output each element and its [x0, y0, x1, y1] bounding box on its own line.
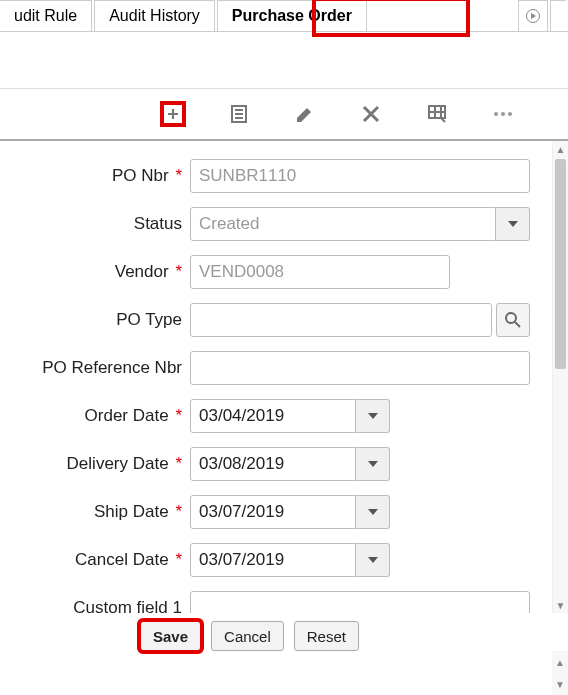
order-date-button[interactable] — [356, 399, 390, 433]
search-icon — [504, 311, 522, 329]
label-text: Delivery Date — [67, 454, 169, 473]
required-marker: * — [175, 406, 182, 425]
tab-label: udit Rule — [14, 7, 77, 25]
tab-label: Audit History — [109, 7, 200, 25]
row-po-nbr: PO Nbr * SUNBR1110 — [0, 159, 548, 193]
svg-point-10 — [508, 112, 512, 116]
row-status: Status Created — [0, 207, 548, 241]
row-delivery-date: Delivery Date * 03/08/2019 — [0, 447, 548, 481]
label-cancel-date: Cancel Date * — [0, 550, 190, 570]
row-vendor: Vendor * VEND0008 — [0, 255, 548, 289]
ellipsis-icon — [493, 111, 513, 117]
toolbar — [0, 89, 568, 141]
po-type-input[interactable] — [190, 303, 492, 337]
chevron-down-icon — [368, 509, 378, 515]
ship-date-button[interactable] — [356, 495, 390, 529]
svg-point-11 — [506, 313, 516, 323]
svg-point-9 — [501, 112, 505, 116]
label-text: PO Nbr — [112, 166, 169, 185]
label-po-type: PO Type — [0, 310, 190, 330]
chevron-down-icon — [368, 413, 378, 419]
required-marker: * — [175, 454, 182, 473]
tab-purchase-order[interactable]: Purchase Order — [217, 0, 367, 31]
row-po-type: PO Type — [0, 303, 548, 337]
scroll-thumb[interactable] — [555, 159, 566, 369]
label-po-nbr: PO Nbr * — [0, 166, 190, 186]
row-ship-date: Ship Date * 03/07/2019 — [0, 495, 548, 529]
chevron-down-icon — [508, 221, 518, 227]
label-text: Vendor — [115, 262, 169, 281]
plus-icon — [168, 105, 178, 123]
form-viewport: PO Nbr * SUNBR1110 Status Created Vendor… — [0, 141, 568, 613]
pencil-icon — [295, 104, 315, 124]
required-marker: * — [175, 262, 182, 281]
document-icon — [229, 104, 249, 124]
label-custom1: Custom field 1 — [0, 598, 190, 613]
edit-button[interactable] — [292, 101, 318, 127]
po-nbr-input[interactable]: SUNBR1110 — [190, 159, 530, 193]
label-delivery-date: Delivery Date * — [0, 454, 190, 474]
po-type-lookup-button[interactable] — [496, 303, 530, 337]
vendor-input[interactable]: VEND0008 — [190, 255, 450, 289]
row-order-date: Order Date * 03/04/2019 — [0, 399, 548, 433]
tab-label: Purchase Order — [232, 7, 352, 25]
delete-button[interactable] — [358, 101, 384, 127]
footer-scrollbar[interactable]: ▲ ▼ — [552, 651, 568, 695]
form-scrollbar[interactable]: ▲ ▼ — [552, 141, 568, 613]
label-text: Custom field 1 — [73, 598, 182, 613]
chevron-down-icon — [368, 461, 378, 467]
play-icon — [526, 9, 540, 23]
tab-audit-rule[interactable]: udit Rule — [0, 0, 92, 31]
label-status: Status — [0, 214, 190, 234]
row-cancel-date: Cancel Date * 03/07/2019 — [0, 543, 548, 577]
status-select[interactable]: Created — [190, 207, 530, 241]
label-po-ref: PO Reference Nbr — [0, 358, 190, 378]
tab-audit-history[interactable]: Audit History — [94, 0, 215, 31]
label-vendor: Vendor * — [0, 262, 190, 282]
label-text: Ship Date — [94, 502, 169, 521]
status-dropdown-button[interactable] — [496, 207, 530, 241]
tab-overflow[interactable] — [550, 0, 566, 31]
label-text: PO Type — [116, 310, 182, 329]
order-date-value: 03/04/2019 — [190, 399, 356, 433]
custom1-input[interactable] — [190, 591, 530, 613]
status-value: Created — [190, 207, 496, 241]
label-text: Order Date — [85, 406, 169, 425]
delivery-date-button[interactable] — [356, 447, 390, 481]
label-text: PO Reference Nbr — [42, 358, 182, 377]
cancel-date-picker[interactable]: 03/07/2019 — [190, 543, 390, 577]
ship-date-value: 03/07/2019 — [190, 495, 356, 529]
label-ship-date: Ship Date * — [0, 502, 190, 522]
more-button[interactable] — [490, 101, 516, 127]
grid-icon — [427, 104, 447, 124]
order-date-picker[interactable]: 03/04/2019 — [190, 399, 390, 433]
delivery-date-value: 03/08/2019 — [190, 447, 356, 481]
grid-button[interactable] — [424, 101, 450, 127]
x-icon — [362, 105, 380, 123]
reset-button[interactable]: Reset — [294, 621, 359, 651]
required-marker: * — [175, 166, 182, 185]
label-order-date: Order Date * — [0, 406, 190, 426]
delivery-date-picker[interactable]: 03/08/2019 — [190, 447, 390, 481]
footer-buttons: Save Cancel Reset — [0, 613, 568, 651]
label-text: Cancel Date — [75, 550, 169, 569]
cancel-date-button[interactable] — [356, 543, 390, 577]
scroll-down-arrow[interactable]: ▼ — [552, 673, 568, 695]
copy-button[interactable] — [226, 101, 252, 127]
po-ref-input[interactable] — [190, 351, 530, 385]
scroll-down-arrow[interactable]: ▼ — [553, 597, 568, 613]
cancel-date-value: 03/07/2019 — [190, 543, 356, 577]
add-button[interactable] — [160, 101, 186, 127]
save-button[interactable]: Save — [140, 621, 201, 651]
ship-date-picker[interactable]: 03/07/2019 — [190, 495, 390, 529]
scroll-up-arrow[interactable]: ▲ — [553, 141, 568, 157]
cancel-button[interactable]: Cancel — [211, 621, 284, 651]
required-marker: * — [175, 550, 182, 569]
svg-point-8 — [494, 112, 498, 116]
row-po-ref: PO Reference Nbr — [0, 351, 548, 385]
required-marker: * — [175, 502, 182, 521]
label-text: Status — [134, 214, 182, 233]
scroll-up-arrow[interactable]: ▲ — [552, 651, 568, 673]
svg-line-12 — [515, 322, 520, 327]
tab-scroll-button[interactable] — [518, 0, 548, 31]
